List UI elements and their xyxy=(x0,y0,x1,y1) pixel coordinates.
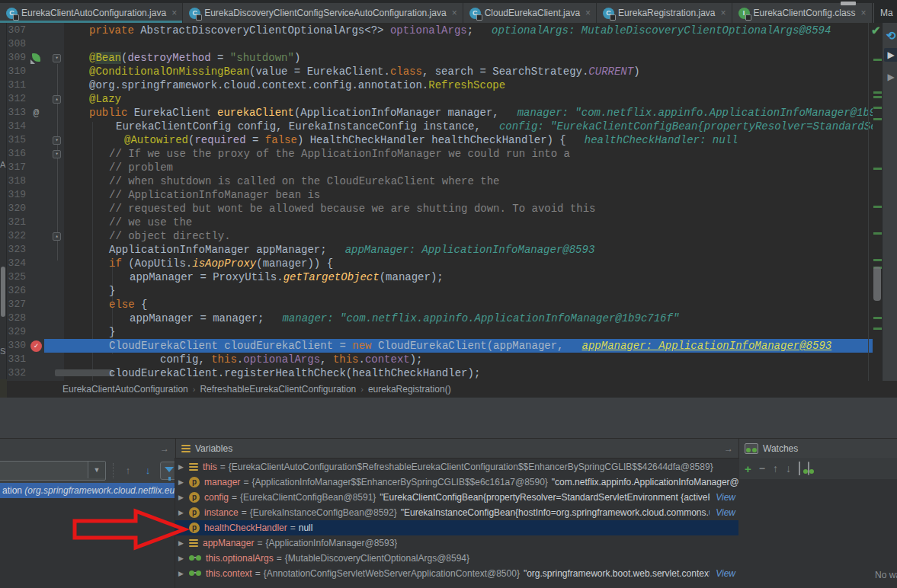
refresh-icon[interactable]: ⟲ xyxy=(884,29,897,43)
fold-marker[interactable]: ▾ xyxy=(53,136,61,145)
breadcrumb-item[interactable]: RefreshableEurekaClientConfiguration xyxy=(200,384,356,395)
variable-row-healthCheckHandler[interactable]: phealthCheckHandler=null xyxy=(175,520,738,535)
expander-icon[interactable]: ▶ xyxy=(178,554,186,562)
variable-row-this-context[interactable]: ▶this.context={AnnotationConfigServletWe… xyxy=(175,566,738,581)
code-line-315[interactable]: 315▾@Autowired(required = false) HealthC… xyxy=(0,133,873,147)
tab-eurekadiscoveryclientconfigserviceautoconfiguration-java[interactable]: CEurekaDiscoveryClientConfigServiceAutoC… xyxy=(183,3,463,23)
frame-down-button[interactable]: ↓ xyxy=(140,463,155,478)
focus-arrow-icon[interactable]: → xyxy=(724,443,733,454)
code-line-327[interactable]: 327else { xyxy=(0,298,873,312)
fold-marker[interactable]: ▾ xyxy=(53,54,61,62)
add-watch-button[interactable]: + xyxy=(745,462,751,475)
close-icon[interactable]: × xyxy=(171,8,177,18)
variable-row-appManager[interactable]: ▶appManager={ApplicationInfoManager@8593… xyxy=(175,535,738,551)
tab-eurekaclientautoconfiguration-java[interactable]: CEurekaClientAutoConfiguration.java× xyxy=(0,3,183,23)
variable-row-config[interactable]: ▶pconfig={EurekaClientConfigBean@8591}"E… xyxy=(175,490,738,505)
class-file-icon: C xyxy=(469,8,481,19)
code-line-329[interactable]: 329} xyxy=(0,325,873,339)
annotation: RefreshScope xyxy=(428,79,505,91)
stack-frame-item[interactable]: ation (org.springframework.cloud.netflix… xyxy=(0,483,175,498)
close-icon[interactable]: × xyxy=(452,8,457,18)
thread-combobox[interactable]: ▼ xyxy=(0,461,106,481)
view-link[interactable]: View xyxy=(713,568,735,579)
view-link[interactable]: View xyxy=(713,507,735,518)
tab-cloudeurekaclient-java[interactable]: CCloudEurekaClient.java× xyxy=(463,3,597,23)
variable-row-instance[interactable]: ▶pinstance={EurekaInstanceConfigBean@859… xyxy=(175,505,738,520)
code-line-312[interactable]: 312▴@Lazy xyxy=(0,92,873,106)
code-line-316[interactable]: 316▾// If we use the proxy of the Applic… xyxy=(0,147,873,161)
string: "shutdown" xyxy=(230,52,294,64)
code-line-309[interactable]: 309▾@Bean(destroyMethod = "shutdown") xyxy=(0,51,873,65)
close-icon[interactable]: × xyxy=(861,8,867,18)
code-editor[interactable]: ASE 307private AbstractDiscoveryClientOp… xyxy=(0,23,897,381)
variable-row-manager[interactable]: ▶pmanager={ApplicationInfoManager$$Enhan… xyxy=(175,475,738,490)
parameter-icon: p xyxy=(189,492,200,503)
code-line-328[interactable]: 328appManager = manager;manager: "com.ne… xyxy=(0,312,873,325)
annotation-gutter-icon[interactable]: @ xyxy=(30,107,42,119)
view-link[interactable]: View xyxy=(713,492,735,503)
keyword: this xyxy=(211,353,237,366)
move-up-button[interactable]: ↑ xyxy=(773,462,778,475)
code-line-321[interactable]: 321// we use the xyxy=(0,216,873,229)
watches-pane-header: Watches xyxy=(738,439,897,459)
focus-arrow-icon[interactable]: → xyxy=(160,443,169,454)
expander-icon[interactable]: ▶ xyxy=(178,494,186,501)
filter-button[interactable] xyxy=(160,462,175,480)
code-line-314[interactable]: 314EurekaClientConfig config, EurekaInst… xyxy=(0,120,873,133)
copy-button[interactable] xyxy=(799,462,800,475)
vcs-change-mark xyxy=(873,59,882,61)
fold-marker[interactable]: ▾ xyxy=(53,150,61,158)
code-line-317[interactable]: 317// problem xyxy=(0,161,873,174)
editor-scrollbar-thumb[interactable] xyxy=(873,267,881,301)
show-watches-button[interactable] xyxy=(808,462,809,475)
code-line-325[interactable]: 325appManager = ProxyUtils.getTargetObje… xyxy=(0,270,873,284)
variable-value: {MutableDiscoveryClientOptionalArgs@8594… xyxy=(285,553,469,564)
code-line-313[interactable]: 313@public EurekaClient eurekaClient(App… xyxy=(0,106,873,120)
code-line-307[interactable]: 307private AbstractDiscoveryClientOption… xyxy=(0,24,873,37)
close-icon[interactable]: × xyxy=(585,8,591,18)
code-line-323[interactable]: 323ApplicationInfoManager appManager;app… xyxy=(0,243,873,257)
fold-marker[interactable]: ▴ xyxy=(53,232,61,241)
variable-row-this-optionalArgs[interactable]: ▶this.optionalArgs={MutableDiscoveryClie… xyxy=(175,551,738,566)
equals-sign: = xyxy=(220,462,226,472)
keyword: class xyxy=(390,66,422,78)
code-line-308[interactable]: 308 xyxy=(0,37,873,51)
variable-name: this xyxy=(203,462,217,472)
tab-eurekaclientconfig-class[interactable]: IEurekaClientConfig.class× xyxy=(732,3,873,23)
tab-label: EurekaClientConfig.class xyxy=(754,8,856,18)
run-icon[interactable]: ▶ xyxy=(884,48,897,62)
code-line-322[interactable]: 322▴// object directly. xyxy=(0,229,873,243)
code-line-324[interactable]: 324if (AopUtils.isAopProxy(manager)) { xyxy=(0,257,873,270)
code-line-331[interactable]: 331config, this.optionalArgs, this.conte… xyxy=(0,353,873,366)
breadcrumb-item[interactable]: eurekaRegistration() xyxy=(368,384,451,395)
code-line-318[interactable]: 318// when shutdown is called on the Clo… xyxy=(0,174,873,188)
move-down-button[interactable]: ↓ xyxy=(786,462,791,475)
code-text: appManager = manager; xyxy=(130,312,264,324)
spring-bean-icon[interactable] xyxy=(30,53,42,64)
code-line-319[interactable]: 319// ApplicationInfoManager bean is xyxy=(0,188,873,202)
expander-icon[interactable]: ▶ xyxy=(178,463,186,471)
inspection-ok-icon[interactable]: ✔ xyxy=(871,24,881,37)
play-icon[interactable]: ▶ xyxy=(884,70,897,84)
code-line-320[interactable]: 320// requested but wont be allowed beca… xyxy=(0,202,873,216)
code-line-332[interactable]: 332cloudEurekaClient.registerHealthCheck… xyxy=(0,366,873,380)
close-icon[interactable]: × xyxy=(720,8,726,18)
code-line-326[interactable]: 326} xyxy=(0,284,873,298)
expander-icon[interactable]: ▶ xyxy=(178,570,186,577)
breadcrumb-item[interactable]: EurekaClientAutoConfiguration xyxy=(62,384,188,395)
remove-watch-button[interactable]: − xyxy=(759,462,765,475)
breakpoint-icon[interactable]: ✓ xyxy=(30,340,42,352)
expander-icon[interactable]: ▶ xyxy=(178,478,186,486)
watches-header-label: Watches xyxy=(763,443,798,454)
parameter-icon: p xyxy=(189,507,200,518)
fold-marker[interactable]: ▴ xyxy=(53,95,61,104)
tab-eurekaregistration-java[interactable]: CEurekaRegistration.java× xyxy=(597,3,732,23)
tab-overflow[interactable]: Ma xyxy=(873,3,897,23)
frame-up-button[interactable]: ↑ xyxy=(120,463,136,478)
code-line-310[interactable]: 310@ConditionalOnMissingBean(value = Eur… xyxy=(0,65,873,78)
empty-band xyxy=(0,398,897,438)
chevron-down-icon[interactable]: ▼ xyxy=(88,462,105,478)
variable-row-this[interactable]: ▶this={EurekaClientAutoConfiguration$Ref… xyxy=(175,459,738,475)
code-line-311[interactable]: 311@org.springframework.cloud.context.co… xyxy=(0,78,873,92)
code-line-330[interactable]: 330✓CloudEurekaClient cloudEurekaClient … xyxy=(0,339,873,353)
